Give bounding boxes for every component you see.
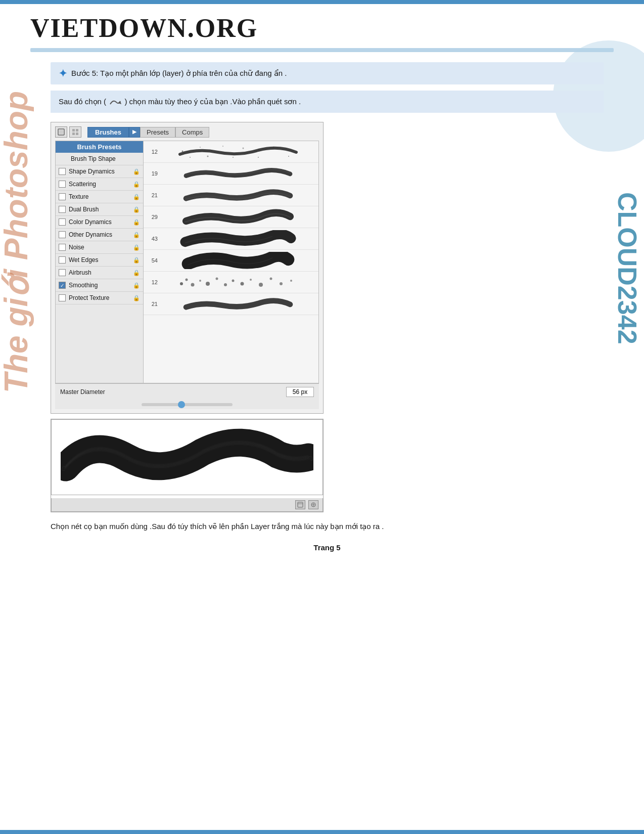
brush-num-21b: 21	[147, 301, 158, 307]
option-scattering[interactable]: Scattering 🔒	[56, 178, 143, 191]
large-brush-svg	[61, 422, 313, 493]
svg-rect-31	[298, 502, 303, 507]
brush-item-43[interactable]: 43	[144, 228, 318, 250]
option-wet-edges[interactable]: Wet Edges 🔒	[56, 254, 143, 267]
svg-point-20	[199, 280, 201, 282]
option-protect-texture[interactable]: Protect Texture 🔒	[56, 292, 143, 304]
svg-rect-6	[76, 133, 78, 135]
master-diameter-label: Master Diameter	[60, 388, 281, 396]
svg-point-21	[206, 282, 210, 286]
svg-point-18	[186, 279, 188, 281]
lock-noise: 🔒	[133, 244, 140, 251]
svg-point-26	[250, 279, 252, 281]
brush-item-21a[interactable]: 21	[144, 185, 318, 206]
svg-point-8	[190, 157, 191, 158]
option-dual-brush[interactable]: Dual Brush 🔒	[56, 203, 143, 216]
brush-item-21b[interactable]: 21	[144, 293, 318, 315]
brush-num-43: 43	[147, 236, 158, 242]
lock-wet-edges: 🔒	[133, 257, 140, 264]
brush-options-panel: Brush Presets Brush Tip Shape Shape Dyna…	[55, 141, 144, 383]
check-dual-brush[interactable]	[59, 206, 66, 213]
panel-icon-2[interactable]	[308, 500, 318, 509]
svg-rect-2	[59, 130, 63, 134]
toolbar-icon-2[interactable]	[69, 126, 81, 138]
bottom-icons-bar	[51, 498, 323, 512]
brush-item-12b[interactable]: 12	[144, 272, 318, 293]
tab-presets[interactable]: Presets	[140, 127, 175, 138]
brush-num-12a: 12	[147, 149, 158, 155]
brush-num-19: 19	[147, 170, 158, 177]
check-wet-edges[interactable]	[59, 256, 66, 264]
toolbar-icon-1[interactable]	[55, 126, 67, 138]
check-scattering[interactable]	[59, 181, 66, 188]
svg-point-15	[273, 147, 274, 148]
large-brush-panel	[51, 419, 324, 512]
master-diameter-value[interactable]: 56 px	[286, 387, 314, 397]
check-protect-texture[interactable]	[59, 294, 66, 301]
option-color-dynamics[interactable]: Color Dynamics 🔒	[56, 216, 143, 229]
brush-presets-title: Brush Presets	[56, 141, 143, 153]
svg-point-17	[180, 282, 183, 285]
step-box: ✦ Bước 5: Tạo một phân lớp (layer) ở phí…	[51, 62, 604, 84]
brush-item-12a[interactable]: 12	[144, 141, 318, 163]
svg-point-7	[182, 151, 183, 152]
brush-num-12b: 12	[147, 279, 158, 285]
tab-comps[interactable]: Comps	[175, 127, 209, 138]
check-smoothing[interactable]: ✓	[59, 282, 66, 289]
slider-area	[55, 400, 319, 409]
brush-previews-panel[interactable]: 12	[144, 141, 319, 383]
option-airbrush[interactable]: Airbrush 🔒	[56, 267, 143, 279]
svg-point-22	[216, 278, 218, 280]
svg-point-24	[232, 280, 235, 282]
check-airbrush[interactable]	[59, 269, 66, 276]
brush-item-29[interactable]: 29	[144, 206, 318, 228]
description-text: Sau đó chọn ( ) chọn màu tùy theo ý của …	[59, 97, 301, 106]
large-brush-preview	[51, 419, 323, 495]
diameter-slider-thumb[interactable]	[178, 401, 185, 408]
diameter-slider-track[interactable]	[142, 403, 233, 406]
option-other-dynamics[interactable]: Other Dynamics 🔒	[56, 229, 143, 241]
svg-point-19	[191, 283, 195, 287]
step-text: Bước 5: Tạo một phân lớp (layer) ở phía …	[71, 69, 287, 78]
svg-point-30	[290, 280, 292, 282]
master-diameter-bar: Master Diameter 56 px	[55, 383, 319, 400]
svg-point-9	[200, 147, 201, 148]
option-shape-dynamics[interactable]: Shape Dynamics 🔒	[56, 165, 143, 178]
lock-smoothing: 🔒	[133, 282, 140, 289]
bottom-bar	[0, 830, 644, 834]
body-paragraph: Chọn nét cọ bạn muốn dùng .Sau đó túy th…	[51, 520, 604, 533]
svg-point-10	[207, 156, 209, 157]
panel-icon-1[interactable]	[295, 500, 305, 509]
brush-panel-container: Brushes ▶ Presets Comps Brush Presets Br…	[51, 122, 324, 414]
lock-color-dynamics: 🔒	[133, 219, 140, 226]
option-noise[interactable]: Noise 🔒	[56, 241, 143, 254]
tab-brushes-arrow[interactable]: ▶	[129, 127, 140, 138]
svg-point-13	[243, 148, 244, 149]
check-color-dynamics[interactable]	[59, 218, 66, 226]
svg-point-29	[280, 282, 283, 285]
side-decorative-left: The giới Photoshop	[0, 91, 38, 546]
lock-texture: 🔒	[133, 194, 140, 200]
brush-item-54[interactable]: 54	[144, 250, 318, 272]
brush-num-54: 54	[147, 257, 158, 264]
check-noise[interactable]	[59, 244, 66, 251]
brush-toolbar: Brushes ▶ Presets Comps	[55, 126, 319, 138]
description-box: Sau đó chọn ( ) chọn màu tùy theo ý của …	[51, 91, 604, 113]
lock-scattering: 🔒	[133, 181, 140, 188]
option-texture[interactable]: Texture 🔒	[56, 191, 143, 203]
brush-item-19[interactable]: 19	[144, 163, 318, 185]
check-other-dynamics[interactable]	[59, 231, 66, 238]
svg-point-14	[258, 157, 259, 158]
main-content: ✦ Bước 5: Tạo một phân lớp (layer) ở phí…	[51, 62, 604, 552]
svg-point-11	[222, 146, 223, 147]
svg-point-25	[241, 282, 244, 286]
check-shape-dynamics[interactable]	[59, 168, 66, 175]
option-tip[interactable]: Brush Tip Shape	[56, 153, 143, 165]
check-texture[interactable]	[59, 193, 66, 200]
brush-panel-body: Brush Presets Brush Tip Shape Shape Dyna…	[55, 141, 319, 383]
option-smoothing[interactable]: ✓ Smoothing 🔒	[56, 279, 143, 292]
step-icon: ✦	[59, 67, 67, 79]
tab-brushes[interactable]: Brushes	[87, 127, 129, 138]
logo: VIETDOWN.ORG	[30, 13, 614, 43]
side-decorative-right: CLOUD2342	[613, 192, 641, 344]
